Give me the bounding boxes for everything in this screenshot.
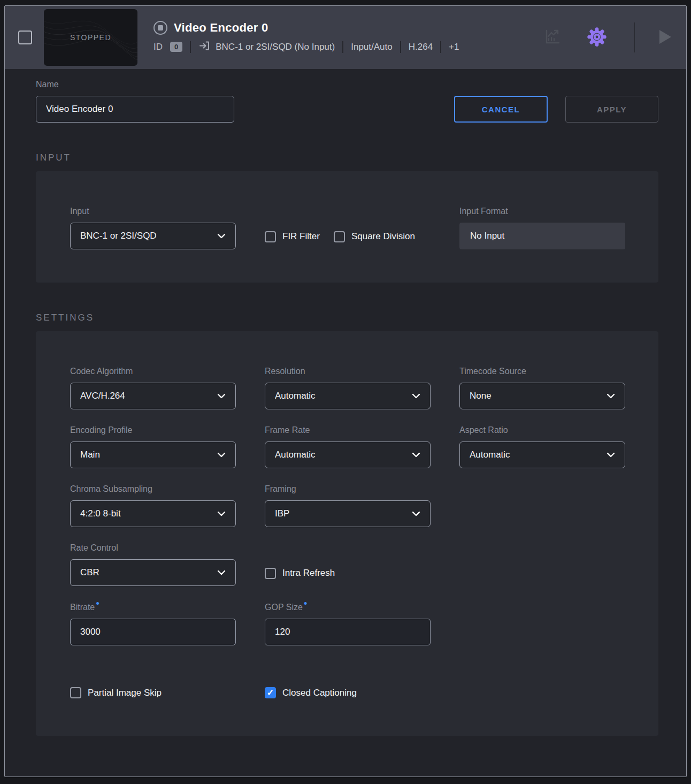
codec-algorithm-select[interactable]: AVC/H.264: [70, 383, 236, 409]
square-division-checkbox-row[interactable]: Square Division: [334, 231, 415, 242]
resolution-label: Resolution: [265, 367, 431, 376]
framing-label: Framing: [265, 484, 431, 494]
page-title: Video Encoder 0: [174, 21, 268, 35]
square-division-label: Square Division: [351, 231, 415, 242]
chevron-down-icon: [606, 393, 615, 399]
input-field: Input BNC-1 or 2SI/SQD: [70, 207, 236, 249]
timecode-source-label: Timecode Source: [459, 367, 625, 376]
apply-button[interactable]: APPLY: [565, 96, 658, 123]
header-divider: [634, 22, 635, 52]
resolution-field: Resolution Automatic: [265, 367, 431, 409]
encoding-profile-field: Encoding Profile Main: [70, 425, 236, 468]
intra-refresh-cell: Intra Refresh: [265, 560, 431, 587]
meta-separator: [440, 41, 441, 53]
meta-separator: [342, 41, 343, 53]
rate-control-select[interactable]: CBR: [70, 559, 236, 586]
bitrate-input[interactable]: [70, 619, 236, 645]
encoder-meta-row: ID 0 BNC-1 or 2SI/SQD (No Input) Input/A…: [153, 40, 536, 54]
settings-section-title: SETTINGS: [36, 313, 658, 323]
chevron-down-icon: [412, 511, 420, 516]
intra-refresh-checkbox-row[interactable]: Intra Refresh: [265, 568, 335, 579]
encoding-profile-select[interactable]: Main: [70, 442, 236, 468]
partial-image-skip-checkbox[interactable]: [70, 687, 81, 698]
closed-captioning-label: Closed Captioning: [282, 688, 357, 698]
resolution-select[interactable]: Automatic: [265, 383, 431, 409]
settings-button[interactable]: [585, 25, 609, 51]
stopped-state-icon: [153, 21, 167, 35]
input-label: Input: [70, 207, 236, 216]
status-badge: STOPPED: [70, 33, 111, 42]
play-icon: [658, 29, 672, 47]
partial-image-skip-cell: Partial Image Skip: [70, 687, 236, 698]
input-checkboxes: FIR Filter Square Division: [265, 223, 431, 250]
timecode-source-field: Timecode Source None: [459, 367, 625, 409]
frame-rate-field: Frame Rate Automatic: [265, 425, 431, 468]
aspect-ratio-select[interactable]: Automatic: [459, 442, 625, 468]
start-encoder-button[interactable]: [658, 29, 672, 47]
meta-more-count: +1: [449, 42, 459, 52]
required-marker: •: [96, 598, 99, 609]
framing-select[interactable]: IBP: [265, 500, 431, 527]
chevron-down-icon: [217, 233, 226, 239]
codec-algorithm-field: Codec Algorithm AVC/H.264: [70, 367, 236, 409]
intra-refresh-label: Intra Refresh: [282, 568, 335, 579]
framing-field: Framing IBP: [265, 484, 431, 527]
chevron-down-icon: [412, 452, 420, 458]
encoder-header: STOPPED Video Encoder 0 ID 0: [5, 6, 686, 69]
required-marker: •: [304, 598, 308, 609]
closed-captioning-checkbox[interactable]: [265, 687, 276, 698]
gear-icon: [585, 25, 609, 51]
chevron-down-icon: [412, 393, 420, 399]
statistics-button[interactable]: [543, 27, 562, 48]
input-format-label: Input Format: [459, 207, 625, 216]
meta-input-mode: Input/Auto: [351, 42, 393, 52]
input-format-value: No Input: [459, 223, 625, 249]
input-section-title: INPUT: [36, 153, 658, 163]
header-actions: [543, 22, 672, 52]
fir-filter-checkbox-row[interactable]: FIR Filter: [265, 231, 320, 242]
meta-codec: H.264: [409, 42, 433, 52]
encoder-select-checkbox[interactable]: [18, 31, 32, 44]
chevron-down-icon: [217, 570, 226, 575]
input-panel: Input BNC-1 or 2SI/SQD FIR Filter: [36, 171, 658, 283]
name-label: Name: [36, 80, 234, 89]
codec-algorithm-label: Codec Algorithm: [70, 367, 236, 376]
chroma-subsampling-field: Chroma Subsampling 4:2:0 8-bit: [70, 484, 236, 527]
frame-rate-select[interactable]: Automatic: [265, 442, 431, 468]
chevron-down-icon: [217, 511, 226, 516]
input-format-field: Input Format No Input: [459, 207, 625, 249]
meta-separator: [190, 41, 191, 53]
cancel-button[interactable]: CANCEL: [454, 96, 548, 123]
bitrate-field: Bitrate•: [70, 603, 236, 645]
gop-size-input[interactable]: [265, 619, 431, 645]
input-select[interactable]: BNC-1 or 2SI/SQD: [70, 223, 236, 249]
timecode-source-select[interactable]: None: [459, 383, 625, 409]
partial-image-skip-checkbox-row[interactable]: Partial Image Skip: [70, 687, 236, 698]
id-badge: 0: [170, 42, 182, 52]
meta-separator: [400, 41, 401, 53]
encoder-config-card: STOPPED Video Encoder 0 ID 0: [4, 5, 687, 777]
settings-panel: Codec Algorithm AVC/H.264 Resolution Aut…: [36, 331, 658, 736]
aspect-ratio-field: Aspect Ratio Automatic: [459, 425, 625, 468]
source-label: BNC-1 or 2SI/SQD (No Input): [216, 42, 335, 52]
partial-image-skip-label: Partial Image Skip: [88, 688, 162, 698]
name-input[interactable]: [36, 96, 234, 123]
rate-control-field: Rate Control CBR: [70, 543, 236, 586]
gop-size-field: GOP Size•: [265, 603, 431, 645]
chroma-subsampling-select[interactable]: 4:2:0 8-bit: [70, 500, 236, 527]
title-block: Video Encoder 0 ID 0 BNC-1 or 2SI/SQD (N…: [153, 21, 536, 54]
encoding-profile-label: Encoding Profile: [70, 425, 236, 435]
name-field: Name: [36, 80, 234, 123]
chart-icon: [543, 27, 562, 48]
square-division-checkbox[interactable]: [334, 231, 345, 242]
chevron-down-icon: [606, 452, 615, 458]
rate-control-label: Rate Control: [70, 543, 236, 553]
frame-rate-label: Frame Rate: [265, 425, 431, 435]
intra-refresh-checkbox[interactable]: [265, 568, 276, 579]
fir-filter-checkbox[interactable]: [265, 231, 276, 242]
input-source-icon: [198, 40, 211, 54]
source-meta: BNC-1 or 2SI/SQD (No Input): [198, 40, 335, 54]
chroma-subsampling-label: Chroma Subsampling: [70, 484, 236, 494]
closed-captioning-checkbox-row[interactable]: Closed Captioning: [265, 687, 431, 698]
name-row: Name CANCEL APPLY: [36, 80, 658, 123]
